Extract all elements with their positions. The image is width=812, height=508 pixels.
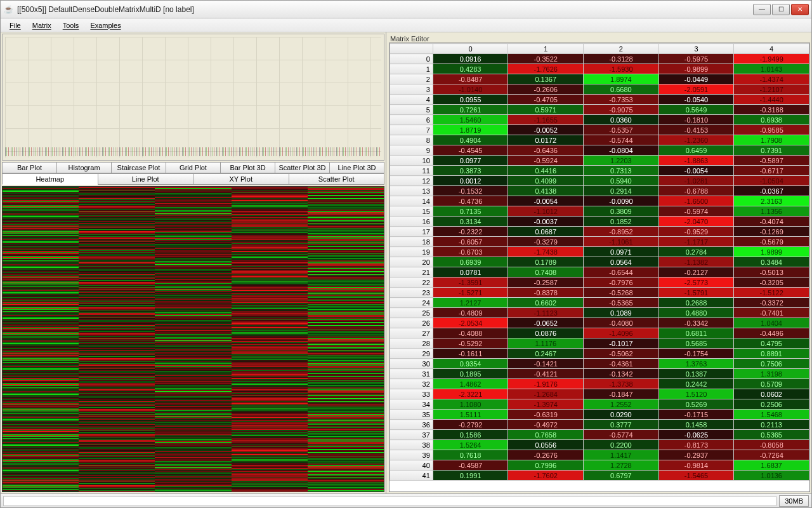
menu-examples[interactable]: Examples [85,20,126,31]
cell[interactable]: -0.4736 [433,196,508,206]
tab-heatmap[interactable]: Heatmap [2,173,98,185]
row-header[interactable]: 22 [390,277,433,288]
cell[interactable]: -0.0052 [508,125,584,135]
cell[interactable]: -0.8378 [508,288,584,298]
cell[interactable]: 0.0360 [584,115,659,125]
cell[interactable]: -1.0504 [734,176,809,186]
cell[interactable]: 0.5685 [658,338,734,349]
cell[interactable]: -0.5292 [433,338,508,349]
cell[interactable]: -0.4496 [734,328,809,338]
tab-staircase-plot[interactable]: Staircase Plot [111,162,166,173]
cell[interactable]: -0.5357 [584,125,659,135]
row-header[interactable]: 36 [390,420,433,430]
cell[interactable]: 1.1356 [734,206,809,217]
cell[interactable]: -0.2322 [433,227,508,237]
tab-grid-plot[interactable]: Grid Plot [166,162,221,173]
cell[interactable]: -0.6057 [433,237,508,247]
row-header[interactable]: 21 [390,267,433,277]
cell[interactable]: -0.5924 [508,156,584,166]
row-header[interactable]: 32 [390,379,433,389]
row-header[interactable]: 12 [390,176,433,186]
table-row[interactable]: 390.7618-0.26761.1417-0.2937-0.7264 [390,450,809,460]
cell[interactable]: 0.6459 [658,145,734,156]
cell[interactable]: -0.0054 [658,166,734,176]
cell[interactable]: 1.0143 [734,64,809,74]
cell[interactable]: 0.7408 [508,267,584,277]
cell[interactable]: -0.4080 [584,318,659,328]
cell[interactable]: 0.3809 [584,206,659,217]
cell[interactable]: 0.9354 [433,359,508,369]
cell[interactable]: 0.4283 [433,64,508,74]
cell[interactable]: -0.5897 [734,156,809,166]
cell[interactable]: 0.5269 [658,399,734,410]
cell[interactable]: -1.6500 [658,196,734,206]
cell[interactable]: -1.4096 [584,328,659,338]
cell[interactable]: 0.6680 [584,84,659,95]
cell[interactable]: -0.1269 [734,227,809,237]
tab-scatter-plot[interactable]: Scatter Plot [289,173,385,185]
cell[interactable]: -1.4374 [734,74,809,84]
cell[interactable]: 0.3484 [734,257,809,267]
cell[interactable]: -0.3188 [734,105,809,115]
cell[interactable]: -0.1847 [584,389,659,399]
cell[interactable]: -0.4121 [508,369,584,379]
row-header[interactable]: 39 [390,450,433,460]
cell[interactable]: -0.0652 [508,318,584,328]
cell[interactable]: -1.3591 [433,277,508,288]
cell[interactable]: -0.9585 [734,125,809,135]
cell[interactable]: -0.4153 [658,125,734,135]
cell[interactable]: 0.7658 [508,430,584,440]
cell[interactable]: -2.5773 [658,277,734,288]
table-row[interactable]: 27-0.40880.0876-1.40960.6811-0.4496 [390,328,809,338]
cell[interactable]: -1.3974 [508,399,584,410]
table-row[interactable]: 26-2.0534-0.0652-0.4080-0.33421.0404 [390,318,809,328]
row-header[interactable]: 8 [390,135,433,145]
cell[interactable]: -0.5365 [584,298,659,308]
titlebar[interactable]: ☕ [[500x5]] DefaultDenseDoubleMatrixMult… [1,1,811,18]
cell[interactable]: -0.1611 [433,349,508,359]
tab-xy-plot[interactable]: XY Plot [193,173,289,185]
row-header[interactable]: 2 [390,74,433,84]
cell[interactable]: 1.0136 [734,471,809,481]
cell[interactable]: 0.1387 [658,369,734,379]
cell[interactable]: 0.4138 [508,186,584,196]
table-row[interactable]: 40.0955-0.4705-0.7353-0.0540-1.4440 [390,95,809,105]
table-row[interactable]: 120.00120.40990.5940-1.0281-1.0504 [390,176,809,186]
cell[interactable]: -1.7438 [508,247,584,257]
row-header[interactable]: 40 [390,460,433,471]
table-row[interactable]: 410.1991-1.76020.6797-1.54651.0136 [390,471,809,481]
cell[interactable]: 1.6837 [734,460,809,471]
cell[interactable]: -0.0449 [658,74,734,84]
cell[interactable]: -0.1810 [658,115,734,125]
cell[interactable]: -0.1342 [584,369,659,379]
cell[interactable]: 0.2467 [508,349,584,359]
row-header[interactable]: 15 [390,206,433,217]
cell[interactable]: 1.2552 [584,399,659,410]
cell[interactable]: -2.0470 [658,217,734,227]
table-row[interactable]: 9-0.4545-0.6436-0.08040.64590.7391 [390,145,809,156]
cell[interactable]: -0.5268 [584,288,659,298]
cell[interactable]: -1.5122 [734,288,809,298]
cell[interactable]: 0.5940 [584,176,659,186]
row-header[interactable]: 3 [390,84,433,95]
table-row[interactable]: 19-0.6703-1.74380.09710.27841.9899 [390,247,809,257]
cell[interactable]: -0.6717 [734,166,809,176]
cell[interactable]: 0.7996 [508,460,584,471]
cell[interactable]: -0.9899 [658,64,734,74]
cell[interactable]: -1.5465 [658,471,734,481]
cell[interactable]: 1.5468 [734,410,809,420]
cell[interactable]: 1.1080 [433,399,508,410]
table-row[interactable]: 2-0.84870.13671.8974-0.0449-1.4374 [390,74,809,84]
cell[interactable]: -0.2937 [658,450,734,460]
cell[interactable]: 1.3763 [658,359,734,369]
cell[interactable]: 0.5649 [658,105,734,115]
table-row[interactable]: 61.5460-1.16550.0360-0.18100.6938 [390,115,809,125]
cell[interactable]: -0.6319 [508,410,584,420]
row-header[interactable]: 37 [390,430,433,440]
cell[interactable]: 0.0290 [584,410,659,420]
table-row[interactable]: 40-0.45870.79961.2728-0.98141.6837 [390,460,809,471]
cell[interactable]: 0.2506 [734,399,809,410]
col-header-1[interactable]: 1 [508,44,584,54]
cell[interactable]: 0.1789 [508,257,584,267]
cell[interactable]: 0.0876 [508,328,584,338]
